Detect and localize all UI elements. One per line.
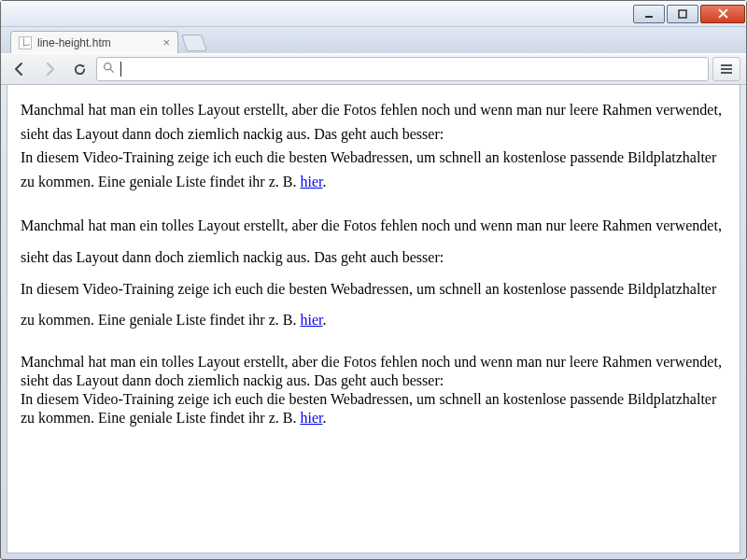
maximize-button[interactable] bbox=[667, 5, 698, 23]
file-icon bbox=[19, 36, 32, 49]
page-content: Manchmal hat man ein tolles Layout erste… bbox=[7, 85, 740, 463]
toolbar bbox=[1, 53, 746, 85]
tab-title: line-height.htm bbox=[37, 36, 111, 49]
body-text: . bbox=[322, 312, 326, 328]
new-tab-button[interactable] bbox=[181, 35, 207, 51]
body-text: Manchmal hat man ein tolles Layout erste… bbox=[21, 217, 722, 265]
body-text: In diesem Video-Training zeige ich euch … bbox=[21, 281, 716, 329]
menu-button[interactable] bbox=[712, 57, 740, 81]
paragraph-block: Manchmal hat man ein tolles Layout erste… bbox=[21, 353, 726, 427]
body-text: In diesem Video-Training zeige ich euch … bbox=[21, 391, 716, 426]
svg-rect-1 bbox=[679, 10, 686, 18]
tab-strip: line-height.htm × bbox=[1, 27, 746, 53]
close-button[interactable] bbox=[700, 5, 745, 23]
text-cursor bbox=[120, 62, 121, 77]
browser-window: line-height.htm × Manch bbox=[0, 0, 747, 560]
minimize-button[interactable] bbox=[633, 5, 665, 23]
reload-button[interactable] bbox=[66, 57, 92, 81]
forward-button[interactable] bbox=[36, 57, 63, 81]
body-text: Manchmal hat man ein tolles Layout erste… bbox=[21, 102, 722, 142]
page-viewport[interactable]: Manchmal hat man ein tolles Layout erste… bbox=[7, 85, 740, 553]
paragraph-block: Manchmal hat man ein tolles Layout erste… bbox=[21, 210, 726, 335]
svg-line-5 bbox=[110, 69, 113, 72]
body-text: . bbox=[322, 174, 326, 189]
window-titlebar[interactable] bbox=[1, 1, 746, 27]
browser-tab[interactable]: line-height.htm × bbox=[10, 31, 178, 53]
link-hier[interactable]: hier bbox=[300, 312, 322, 328]
address-bar[interactable] bbox=[96, 57, 709, 81]
body-text: . bbox=[322, 410, 326, 426]
back-button[interactable] bbox=[7, 57, 33, 81]
link-hier[interactable]: hier bbox=[300, 410, 322, 426]
body-text: In diesem Video-Training zeige ich euch … bbox=[21, 149, 716, 189]
close-tab-icon[interactable]: × bbox=[162, 35, 170, 49]
url-input[interactable] bbox=[127, 63, 702, 77]
search-icon bbox=[103, 61, 115, 77]
link-hier[interactable]: hier bbox=[300, 174, 322, 189]
paragraph-block: Manchmal hat man ein tolles Layout erste… bbox=[21, 98, 726, 193]
body-text: Manchmal hat man ein tolles Layout erste… bbox=[21, 354, 722, 388]
